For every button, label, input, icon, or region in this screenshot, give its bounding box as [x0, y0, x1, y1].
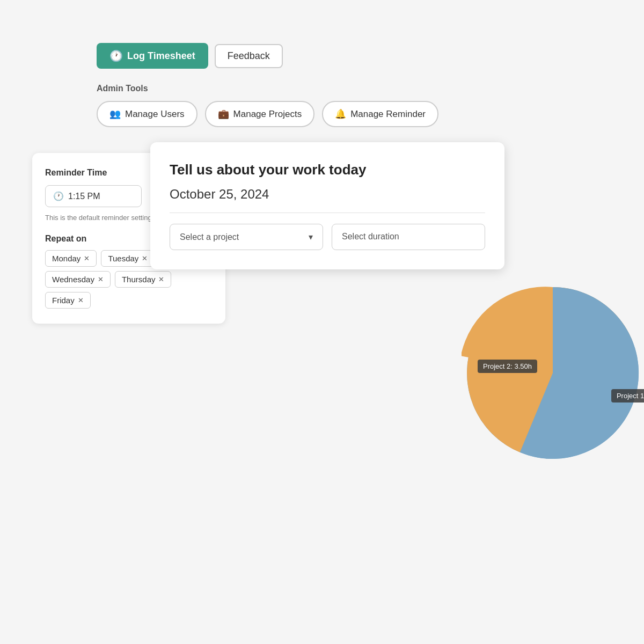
- tooltip-project2-text: Project 2: 3.50h: [483, 362, 532, 370]
- select-project-label: Select a project: [180, 232, 239, 242]
- feedback-button[interactable]: Feedback: [215, 44, 283, 68]
- pie-chart-proper: [462, 282, 644, 464]
- manage-projects-label: Manage Projects: [233, 109, 302, 120]
- select-row: Select a project ▾ Select duration: [170, 224, 485, 250]
- projects-icon: 💼: [218, 108, 229, 120]
- chevron-down-icon: ▾: [309, 232, 313, 242]
- modal-date: October 25, 2024: [170, 187, 485, 213]
- select-project-dropdown[interactable]: Select a project ▾: [170, 224, 323, 250]
- wednesday-label: Wednesday: [52, 275, 94, 284]
- manage-users-button[interactable]: 👥 Manage Users: [97, 101, 197, 127]
- monday-label: Monday: [52, 254, 80, 263]
- log-timesheet-label: Log Timesheet: [127, 50, 195, 62]
- thursday-remove[interactable]: ✕: [158, 275, 164, 283]
- admin-buttons: 👥 Manage Users 💼 Manage Projects 🔔 Manag…: [97, 101, 612, 127]
- day-thursday: Thursday ✕: [115, 271, 172, 288]
- friday-remove[interactable]: ✕: [78, 296, 84, 304]
- time-input[interactable]: 🕐 1:15 PM: [45, 185, 142, 207]
- wednesday-remove[interactable]: ✕: [98, 275, 104, 283]
- timesheet-modal: Tell us about your work today October 25…: [150, 142, 504, 269]
- tooltip-project1-text: Project 1: 4.50h: [617, 392, 644, 400]
- day-monday: Monday ✕: [45, 250, 97, 267]
- tuesday-remove[interactable]: ✕: [142, 254, 148, 262]
- friday-label: Friday: [52, 296, 75, 305]
- manage-reminder-button[interactable]: 🔔 Manage Reminder: [322, 101, 438, 127]
- toolbar: 🕐 Log Timesheet Feedback: [97, 43, 612, 69]
- monday-remove[interactable]: ✕: [84, 254, 90, 262]
- thursday-label: Thursday: [122, 275, 156, 284]
- app-container: 🕐 Log Timesheet Feedback Admin Tools 👥 M…: [32, 43, 612, 518]
- log-timesheet-button[interactable]: 🕐 Log Timesheet: [97, 43, 208, 69]
- chart-tooltip-project2: Project 2: 3.50h: [478, 360, 537, 373]
- day-friday: Friday ✕: [45, 292, 91, 309]
- day-wednesday: Wednesday ✕: [45, 271, 111, 288]
- select-duration-label: Select duration: [342, 232, 399, 241]
- clock-small-icon: 🕐: [53, 191, 64, 201]
- content-area: Reminder Time 🕐 1:15 PM This is the defa…: [32, 142, 612, 518]
- time-value: 1:15 PM: [68, 192, 100, 201]
- feedback-label: Feedback: [228, 50, 270, 61]
- users-icon: 👥: [109, 108, 121, 120]
- manage-projects-button[interactable]: 💼 Manage Projects: [205, 101, 315, 127]
- chart-tooltip-project1: Project 1: 4.50h: [611, 389, 644, 402]
- admin-section: Admin Tools 👥 Manage Users 💼 Manage Proj…: [97, 84, 612, 127]
- select-duration-dropdown[interactable]: Select duration: [332, 224, 485, 250]
- pie-chart-container: Project 2: 3.50h Project 1: 4.50h: [462, 282, 644, 486]
- admin-tools-label: Admin Tools: [97, 84, 612, 93]
- modal-title: Tell us about your work today: [170, 162, 485, 178]
- manage-reminder-label: Manage Reminder: [350, 109, 426, 120]
- clock-icon: 🕐: [109, 49, 123, 62]
- day-tuesday: Tuesday ✕: [101, 250, 155, 267]
- reminder-icon: 🔔: [335, 108, 346, 120]
- manage-users-label: Manage Users: [125, 109, 185, 120]
- tuesday-label: Tuesday: [108, 254, 138, 263]
